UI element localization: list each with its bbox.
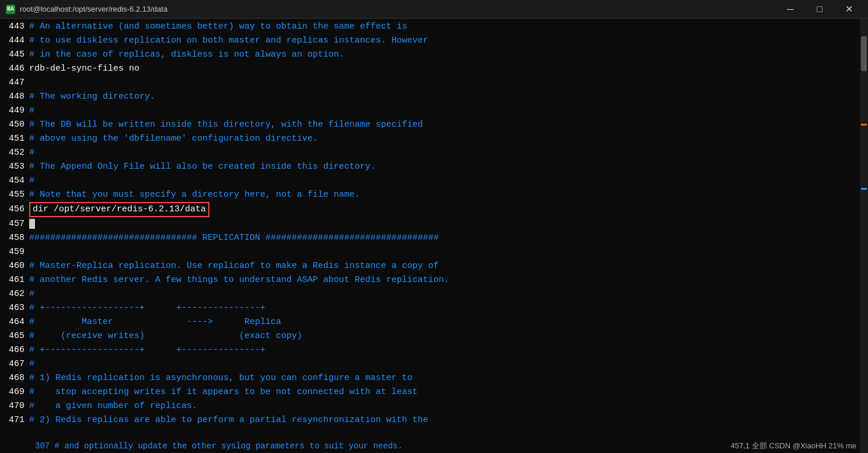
minimize-button[interactable]: ─	[777, 0, 804, 19]
line-467: 467 #	[0, 357, 868, 371]
line-451: 451 # above using the 'dbfilename' confi…	[0, 132, 868, 146]
line-463: 463 # +------------------+ +------------…	[0, 301, 868, 315]
line-465: 465 # (receive writes) (exact copy)	[0, 329, 868, 343]
terminal-content: 443 # An alternative (and sometimes bett…	[0, 19, 868, 453]
window-title: root@localhost:/opt/server/redis-6.2.13/…	[20, 5, 167, 13]
window-controls: ─ □ ✕	[777, 0, 862, 19]
terminal-body: 443 # An alternative (and sometimes bett…	[0, 19, 868, 453]
scroll-marker-1	[861, 124, 867, 126]
bottom-bar: 307 # and optionally update the other sy…	[0, 439, 868, 453]
line-468: 468 # 1) Redis replication is asynchrono…	[0, 371, 868, 385]
bottom-hint: 307 # and optionally update the other sy…	[35, 441, 402, 451]
line-447: 447	[0, 76, 868, 90]
line-452: 452 #	[0, 146, 868, 160]
maximize-button[interactable]: □	[806, 0, 833, 19]
line-455: 455 # Note that you must specify a direc…	[0, 188, 868, 202]
scrollbar-thumb[interactable]	[861, 36, 867, 71]
scroll-marker-2	[861, 188, 867, 190]
line-456: 456 dir /opt/server/redis-6.2.13/data	[0, 202, 868, 217]
line-446: 446 rdb-del-sync-files no	[0, 62, 868, 76]
close-button[interactable]: ✕	[835, 0, 862, 19]
line-453: 453 # The Append Only File will also be …	[0, 160, 868, 174]
line-470: 470 # a given number of replicas.	[0, 399, 868, 413]
line-445: 445 # in the case of replicas, diskless …	[0, 48, 868, 62]
line-459: 459	[0, 245, 868, 259]
line-449: 449 #	[0, 104, 868, 118]
line-458: 458 ################################ REP…	[0, 231, 868, 245]
title-bar: BA root@localhost:/opt/server/redis-6.2.…	[0, 0, 868, 19]
line-448: 448 # The working directory.	[0, 90, 868, 104]
line-450: 450 # The DB will be written inside this…	[0, 118, 868, 132]
line-460: 460 # Master-Replica replication. Use re…	[0, 259, 868, 273]
line-469: 469 # stop accepting writes if it appear…	[0, 385, 868, 399]
line-457: 457	[0, 217, 868, 231]
line-461: 461 # another Redis server. A few things…	[0, 273, 868, 287]
line-471: 471 # 2) Redis replicas are able to perf…	[0, 413, 868, 427]
line-454: 454 #	[0, 174, 868, 188]
terminal-icon: BA	[6, 5, 15, 14]
line-466: 466 # +------------------+ +------------…	[0, 343, 868, 357]
line-444: 444 # to use diskless replication on bot…	[0, 34, 868, 48]
status-bar-text: 457,1 全部 CSDN @XiaoHH 21% me	[731, 441, 857, 451]
scrollbar[interactable]	[860, 19, 868, 453]
line-443: 443 # An alternative (and sometimes bett…	[0, 20, 868, 34]
line-462: 462 #	[0, 287, 868, 301]
title-bar-left: BA root@localhost:/opt/server/redis-6.2.…	[6, 5, 167, 14]
line-464: 464 # Master ----> Replica	[0, 315, 868, 329]
